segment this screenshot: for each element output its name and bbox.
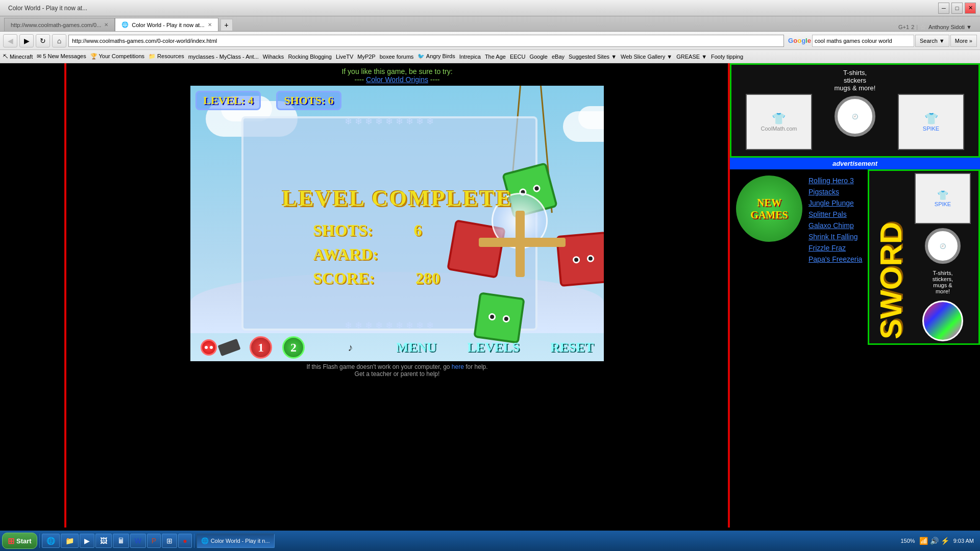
bookmark-wihacks[interactable]: Wihacks bbox=[263, 54, 284, 60]
game-footer: If this Flash game doesn't work on your … bbox=[66, 361, 728, 380]
bookmark-livetv[interactable]: LiveTV bbox=[336, 54, 353, 60]
taskbar-browser-active[interactable]: 🌐 Color World - Play it n... bbox=[197, 534, 275, 548]
game-link-jungle[interactable]: Jungle Plunge bbox=[808, 198, 862, 208]
maximize-button[interactable]: □ bbox=[951, 3, 963, 14]
tab-close-active-icon[interactable]: ✕ bbox=[208, 22, 212, 28]
network-icon: 📶 bbox=[919, 537, 928, 545]
bookmark-label: 📁 Resources bbox=[149, 53, 184, 60]
bookmark-footy[interactable]: Footy tipping bbox=[711, 54, 743, 60]
bookmark-myclasses[interactable]: myclasses - MyClass - Ant... bbox=[188, 54, 259, 60]
browser-chrome: Color World - Play it now at... ─ □ ✕ ht… bbox=[0, 0, 980, 63]
bookmark-grease[interactable]: GREASE ▼ bbox=[676, 54, 707, 60]
game-link-pigstacks[interactable]: Pigstacks bbox=[808, 187, 862, 197]
starred-icon: ☆ bbox=[920, 23, 926, 31]
user-count: 2 bbox=[911, 24, 914, 30]
search-button[interactable]: Search ▼ bbox=[915, 35, 949, 47]
music-note-icon[interactable]: ♪ bbox=[348, 342, 353, 354]
tshirt-image-1[interactable]: 👕 CoolMath.com bbox=[746, 94, 812, 150]
taskbar-win-icon[interactable]: ⊞ bbox=[162, 534, 177, 548]
game-link-rolling[interactable]: Rolling Hero 3 bbox=[808, 176, 862, 186]
cannon-barrel bbox=[217, 339, 240, 356]
spike-tshirt-label: 👕 SPIKE bbox=[935, 190, 951, 207]
spike-ad-inner: SWORD 👕 SPIKE 🕘 T-shirts,stickers,mugs &… bbox=[869, 171, 978, 343]
games-list: Rolling Hero 3 Pigstacks Jungle Plunge S… bbox=[808, 171, 862, 268]
help-link[interactable]: here bbox=[452, 363, 464, 370]
ad-bar: advertisement bbox=[730, 158, 980, 169]
browser-tab-label: Color World - Play it n... bbox=[211, 538, 270, 544]
new-tab-button[interactable]: + bbox=[220, 19, 233, 31]
bookmark-resources[interactable]: 📁 Resources bbox=[149, 53, 184, 60]
new-games-button[interactable]: NEWGAMES bbox=[736, 176, 802, 242]
close-button[interactable]: ✕ bbox=[965, 3, 976, 14]
bookmark-myp2p[interactable]: MyP2P bbox=[357, 54, 375, 60]
stats-area: SHOTS: 6 AWARD: SCORE: 280 bbox=[313, 221, 440, 288]
bookmark-label: 🐦 Angry Birds bbox=[418, 53, 455, 60]
tab-inactive[interactable]: http://www.coolmath-games.com/0... ✕ bbox=[4, 18, 115, 31]
more-button[interactable]: More » bbox=[950, 35, 977, 47]
refresh-button[interactable]: ↻ bbox=[36, 34, 50, 47]
bookmarks-bar: ⛏Minecraft ✉ 5 New Messages 🏆 Your Compe… bbox=[0, 50, 980, 63]
game-link-galaxo[interactable]: Galaxo Chimp bbox=[808, 220, 862, 231]
bookmark-webslice[interactable]: Web Slice Gallery ▼ bbox=[621, 54, 672, 60]
bookmark-the-age[interactable]: The Age bbox=[485, 54, 506, 60]
google-search-input[interactable] bbox=[812, 35, 914, 47]
bookmark-competitions[interactable]: 🏆 Your Competitions bbox=[90, 53, 144, 60]
taskbar-paint-icon[interactable]: ● bbox=[178, 534, 191, 548]
google-plus-icon: G+1 bbox=[898, 24, 909, 30]
bookmark-minecraft[interactable]: ⛏Minecraft bbox=[3, 54, 33, 60]
bookmark-google[interactable]: Google bbox=[529, 54, 547, 60]
reset-button[interactable]: RESET bbox=[550, 340, 594, 355]
sidebar-games: NEWGAMES Rolling Hero 3 Pigstacks Jungle… bbox=[730, 169, 980, 345]
tshirt-text: T-shirts, stickers mugs & more! bbox=[736, 69, 974, 92]
bookmark-suggested[interactable]: Suggested Sites ▼ bbox=[569, 54, 617, 60]
minimize-button[interactable]: ─ bbox=[938, 3, 949, 14]
game-link-papa[interactable]: Papa's Freezeria bbox=[808, 254, 862, 264]
tab-label: http://www.coolmath-games.com/0... bbox=[11, 22, 101, 28]
bookmark-boxee[interactable]: boxee forums bbox=[380, 54, 414, 60]
address-bar[interactable] bbox=[68, 35, 784, 47]
tab-active[interactable]: 🌐 Color World - Play it now at... ✕ bbox=[115, 18, 218, 31]
game-link-splitter[interactable]: Splitter Pals bbox=[808, 209, 862, 219]
color-world-origins-link[interactable]: Color World Origins bbox=[366, 76, 428, 84]
pupil-right-red bbox=[589, 256, 593, 261]
title-bar: Color World - Play it now at... ─ □ ✕ bbox=[0, 0, 980, 16]
start-button[interactable]: ⊞ Start bbox=[2, 533, 37, 549]
sound-icon: 🔊 bbox=[930, 537, 939, 545]
taskbar-ie-icon[interactable]: 🌐 bbox=[42, 534, 60, 548]
bookmark-intrepica[interactable]: Intrepica bbox=[459, 54, 481, 60]
taskbar-pp-icon[interactable]: P bbox=[147, 534, 161, 548]
pupil-left-red bbox=[574, 258, 579, 262]
bookmark-rocking[interactable]: Rocking Blogging bbox=[288, 54, 332, 60]
home-button[interactable]: ⌂ bbox=[52, 34, 66, 47]
bookmark-label: Web Slice Gallery ▼ bbox=[621, 54, 672, 60]
border-decor-top: ❄ ❄ ❄ ❄ ❄ ❄ ❄ ❄ ❄ bbox=[243, 116, 535, 127]
level-btn-1[interactable]: 1 bbox=[250, 336, 272, 359]
bookmark-messages[interactable]: ✉ 5 New Messages bbox=[37, 53, 86, 60]
spike-ad-right: 👕 SPIKE 🕘 T-shirts,stickers,mugs &more! bbox=[913, 171, 973, 343]
spike-tshirt-image[interactable]: 👕 SPIKE bbox=[915, 173, 971, 224]
tshirt-image-2[interactable]: 👕 SPIKE bbox=[898, 94, 964, 150]
taskbar-icons: 📶 🔊 ⚡ bbox=[919, 537, 949, 545]
levels-button[interactable]: LEVELS bbox=[467, 340, 520, 355]
taskbar-media-icon[interactable]: ▶ bbox=[80, 534, 94, 548]
cannon-eyes bbox=[205, 346, 213, 349]
bookmark-ebay[interactable]: eBay bbox=[552, 54, 565, 60]
tab-close-icon[interactable]: ✕ bbox=[104, 22, 108, 28]
cannon-eye-l bbox=[205, 346, 208, 349]
taskbar-word-icon[interactable]: W bbox=[130, 534, 146, 548]
tshirt-label-2: 👕 SPIKE bbox=[923, 112, 939, 132]
game-link-shrink[interactable]: Shrink It Falling bbox=[808, 232, 862, 242]
taskbar-photo-icon[interactable]: 🖼 bbox=[95, 534, 112, 548]
bookmark-angry-birds[interactable]: 🐦 Angry Birds bbox=[418, 53, 455, 60]
word-icon: W bbox=[135, 537, 141, 545]
forward-button[interactable]: ▶ bbox=[19, 34, 34, 47]
taskbar-calc-icon[interactable]: 🖩 bbox=[113, 534, 129, 548]
back-button[interactable]: ◀ bbox=[3, 34, 17, 47]
menu-button[interactable]: MENU bbox=[396, 340, 436, 355]
shots-indicator: SHOTS: 6 bbox=[276, 91, 341, 110]
bookmark-eecu[interactable]: EECU bbox=[510, 54, 526, 60]
user-account: Anthony Sidoti ▼ bbox=[928, 24, 972, 30]
level-btn-2[interactable]: 2 bbox=[282, 336, 305, 359]
game-link-frizzle[interactable]: Frizzle Fraz bbox=[808, 243, 862, 253]
taskbar-explorer-icon[interactable]: 📁 bbox=[61, 534, 79, 548]
